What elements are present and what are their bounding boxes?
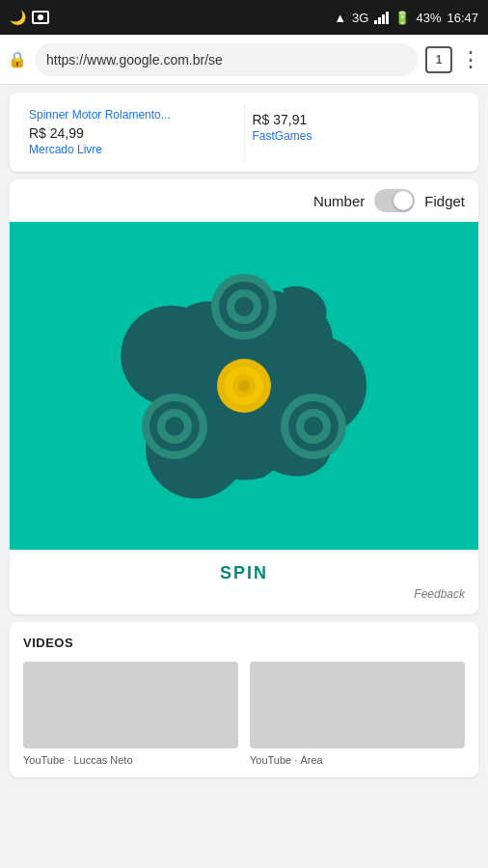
videos-title: VIDEOS	[23, 636, 465, 650]
moon-icon: 🌙	[10, 10, 26, 25]
fidget-spinner-svg	[109, 251, 379, 521]
status-bar: 🌙 ▲ 3G 🔋 43% 16:47	[0, 0, 488, 35]
url-bar[interactable]: https://www.google.com.br/se	[35, 43, 418, 76]
product-seller-2: FastGames	[253, 129, 460, 143]
svg-point-11	[304, 417, 323, 436]
toggle-switch[interactable]	[374, 189, 415, 212]
spin-button-row[interactable]: SPIN	[10, 550, 478, 587]
wifi-icon: ▲	[334, 11, 346, 25]
video-card-1[interactable]: YouTube · Luccas Neto	[23, 662, 238, 768]
lock-icon: 🔒	[8, 50, 27, 68]
svg-point-7	[234, 297, 254, 316]
svg-point-15	[165, 417, 184, 436]
url-text: https://www.google.com.br/se	[46, 52, 223, 68]
product-card-1[interactable]: Spinner Motor Rolamento... R$ 24,99 Merc…	[21, 104, 245, 160]
status-left-icons: 🌙	[10, 10, 49, 25]
clock: 16:47	[447, 11, 478, 25]
status-right-info: ▲ 3G 🔋 43% 16:47	[334, 11, 478, 25]
feedback-row: Feedback	[10, 587, 478, 601]
tab-count-button[interactable]: 1	[425, 46, 452, 73]
product-price-2: R$ 37,91	[253, 112, 460, 127]
more-menu-button[interactable]: ⋮	[460, 49, 480, 70]
spin-button[interactable]: SPIN	[220, 563, 268, 583]
video-source-2: YouTube · Área	[250, 754, 465, 766]
video-source-1: YouTube · Luccas Neto	[23, 754, 238, 766]
svg-point-19	[238, 380, 250, 392]
toggle-row: Number Fidget	[10, 179, 478, 222]
videos-section: VIDEOS YouTube · Luccas Neto YouTube · Á…	[10, 622, 478, 777]
photo-icon	[32, 11, 49, 24]
spinner-widget: Number Fidget	[10, 179, 478, 614]
spinner-canvas[interactable]	[10, 222, 478, 550]
video-thumb-1	[23, 662, 238, 748]
product-title-1: Spinner Motor Rolamento...	[29, 108, 236, 122]
product-card-2[interactable]: R$ 37,91 FastGames	[245, 104, 468, 160]
video-thumb-2	[250, 662, 465, 748]
product-price-1: R$ 24,99	[29, 125, 236, 141]
product-seller-1: Mercado Livre	[29, 143, 236, 156]
toggle-label-number: Number	[313, 193, 365, 209]
battery-level: 43%	[416, 11, 441, 25]
browser-bar: 🔒 https://www.google.com.br/se 1 ⋮	[0, 35, 488, 85]
battery-icon: 🔋	[394, 11, 410, 25]
product-row: Spinner Motor Rolamento... R$ 24,99 Merc…	[10, 93, 478, 172]
feedback-link[interactable]: Feedback	[414, 587, 465, 601]
network-type: 3G	[352, 11, 368, 25]
signal-bars	[374, 12, 389, 24]
video-card-2[interactable]: YouTube · Área	[250, 662, 465, 768]
toggle-label-fidget: Fidget	[424, 193, 465, 209]
video-cards: YouTube · Luccas Neto YouTube · Área	[23, 662, 465, 768]
